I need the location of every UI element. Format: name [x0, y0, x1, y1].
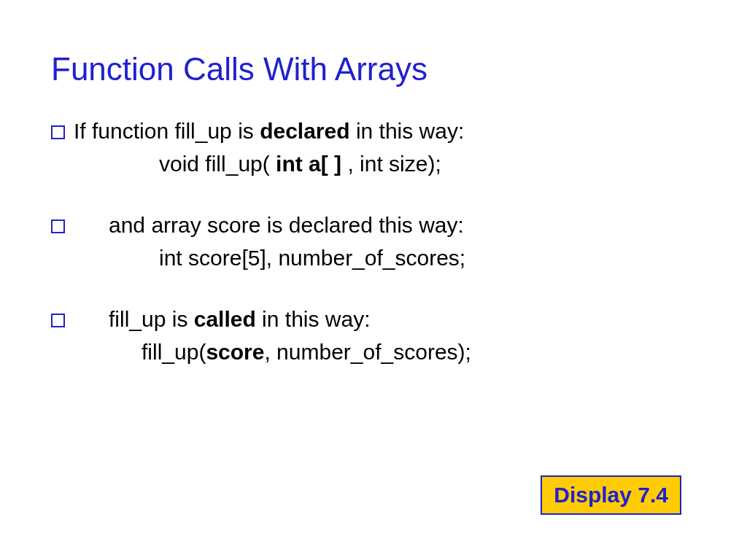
slide-container: Function Calls With Arrays If function f… — [0, 0, 747, 560]
text-segment: If function fill_up is — [74, 119, 260, 143]
slide-content: If function fill_up is declared in this … — [51, 117, 696, 367]
bullet-text: and array score is declared this way: — [74, 211, 696, 241]
text-bold: called — [194, 307, 256, 331]
text-segment: fill_up is — [109, 307, 194, 331]
bullet-text: fill_up is called in this way: — [74, 305, 696, 335]
text-segment: , number_of_scores); — [264, 340, 471, 364]
text-segment: and array score is declared this way: — [109, 211, 464, 241]
text-segment: fill_up( — [142, 340, 206, 364]
indented-line: void fill_up( int a[ ] , int size); — [159, 149, 696, 179]
indented-line: fill_up(score, number_of_scores); — [142, 338, 696, 368]
bullet-item: fill_up is called in this way: — [51, 305, 696, 335]
bullet-item: If function fill_up is declared in this … — [51, 117, 696, 147]
text-bold: int a[ ] — [276, 152, 341, 176]
bullet-icon — [51, 314, 65, 327]
text-segment: void fill_up( — [159, 152, 276, 176]
bullet-icon — [51, 219, 65, 233]
display-link-button[interactable]: Display 7.4 — [541, 475, 681, 515]
indented-line: int score[5], number_of_scores; — [159, 244, 696, 273]
text-segment: int score[5], number_of_scores; — [159, 246, 465, 270]
bullet-item: and array score is declared this way: — [51, 211, 696, 241]
bullet-icon — [51, 125, 65, 139]
text-bold: declared — [260, 119, 349, 143]
slide-title: Function Calls With Arrays — [51, 51, 696, 88]
bullet-text: If function fill_up is declared in this … — [74, 117, 696, 147]
text-segment: in this way: — [350, 119, 465, 143]
text-bold: score — [206, 340, 264, 364]
text-segment: in this way: — [256, 307, 371, 331]
text-segment: , int size); — [341, 152, 441, 176]
